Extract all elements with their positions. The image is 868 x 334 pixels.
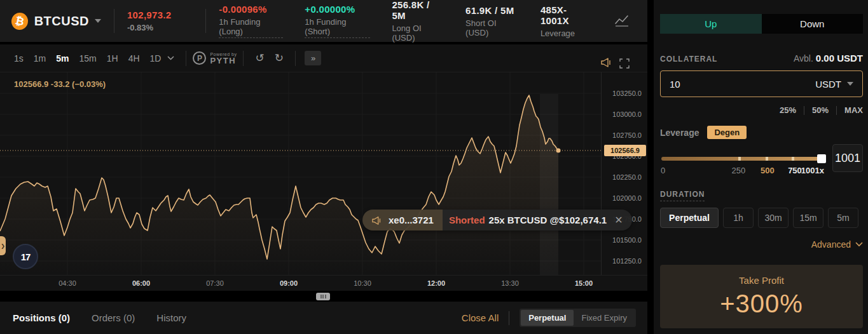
funding-short-label[interactable]: 1h Funding (Short) [305,17,370,38]
stat-funding-long: -0.00096% 1h Funding (Long) [219,4,283,38]
pyth-provider-logo[interactable]: P Powered by PYTH [193,51,237,65]
funding-long-label[interactable]: 1h Funding (Long) [219,17,283,38]
duration-perpetual[interactable]: Perpetual [660,208,719,228]
time-tick-label: 15:00 [575,279,593,287]
quick-25[interactable]: 25% [780,105,796,115]
leverage-range-label: Leverage [541,29,593,38]
megaphone-icon [371,215,383,225]
divider [205,9,206,33]
quick-50[interactable]: 50% [812,105,829,115]
divider [804,106,804,115]
slider-scale-label: 1001x [801,166,824,175]
leverage-slider-zone: 1001 02505007501001x [660,149,863,178]
chart-legend: 102566.9 -33.2 (−0.03%) [14,79,106,89]
divider [509,311,509,325]
current-price-badge: 102566.9 [604,145,646,156]
tab-up[interactable]: Up [660,14,762,34]
megaphone-icon[interactable] [600,57,613,68]
amount-input-box: USDT [660,70,863,97]
slider-tick [766,157,768,161]
time-tick-label: 13:30 [501,279,519,287]
duration-label[interactable]: DURATION [660,190,705,201]
price-chart-plot[interactable] [0,72,601,275]
time-axis[interactable]: 04:3006:0007:3009:0010:3012:0013:3015:00 [0,275,647,291]
sidebar-collapse-handle[interactable]: ❯ [0,236,6,255]
tradingview-logo[interactable]: 17 [13,244,38,269]
long-oi-label: Long OI (USD) [392,23,444,43]
price-tick-label: 103000.0 [612,110,642,118]
leverage-label: Leverage [660,128,699,138]
mode-perpetual[interactable]: Perpetual [521,310,574,326]
stat-funding-short: +0.00000% 1h Funding (Short) [305,4,370,38]
available-balance: Avbl.0.00 USDT [794,53,863,63]
amount-input[interactable] [670,79,765,90]
short-oi-value: 61.9K / 5M [465,5,519,16]
price-tick-label: 101250.0 [612,257,642,265]
pair-name: BTCUSD [34,14,89,29]
stat-short-oi: 61.9K / 5M Short OI (USD) [465,5,519,37]
tab-history[interactable]: History [156,312,186,323]
interval-1s[interactable]: 1s [9,51,29,66]
chevron-down-icon [95,19,101,23]
interval-4h[interactable]: 4H [123,51,145,66]
btc-logo-icon: ₿ [10,11,29,31]
time-tick-label: 10:30 [354,279,371,287]
take-profit-value: +300% [720,290,803,318]
interval-1d[interactable]: 1D [145,51,167,66]
stat-long-oi: 256.8K / 5M Long OI (USD) [392,0,444,43]
duration-1h[interactable]: 1h [723,208,754,228]
take-profit-box[interactable]: Take Profit +300% [660,265,863,328]
toolbar-expand-button[interactable]: » [305,51,321,65]
position-mode-toggle: Perpetual Fixed Expiry [520,309,636,327]
mode-fixed-expiry[interactable]: Fixed Expiry [574,310,635,326]
fullscreen-icon[interactable] [619,58,630,69]
chart-toolbar: 1s 1m 5m 15m 1H 4H 1D P Powered by PYTH … [0,44,647,72]
slider-scale-label: 0 [661,166,665,175]
slider-scale-label: 500 [761,166,775,175]
currency-select[interactable]: USDT [815,79,853,90]
leverage-slider-thumb[interactable] [817,154,826,163]
redo-icon[interactable]: ↻ [270,51,289,65]
tab-down[interactable]: Down [762,14,864,34]
slider-scale-label: 750 [788,166,802,175]
degen-badge[interactable]: Degen [707,126,747,139]
advanced-toggle[interactable]: Advanced [660,239,863,250]
close-icon[interactable]: ✕ [614,214,623,226]
pyth-name: PYTH [210,57,237,65]
time-tick-label: 09:00 [280,279,298,287]
duration-15m[interactable]: 15m [793,208,823,228]
interval-1m[interactable]: 1m [29,51,51,66]
interval-1h[interactable]: 1H [102,51,123,66]
time-tick-label: 04:30 [59,279,76,287]
interval-15m[interactable]: 15m [74,51,101,66]
stats-chart-icon[interactable] [614,14,630,28]
pair-selector[interactable]: BTCUSD [34,14,101,29]
chart-scrollbar-handle[interactable] [316,293,330,300]
tab-orders[interactable]: Orders (0) [92,312,135,323]
slider-tick [792,157,794,161]
stat-leverage-range: 485X-1001X Leverage [541,4,593,38]
chevron-down-icon [855,242,863,247]
interval-dropdown-chevron-icon[interactable] [166,55,179,62]
tab-positions[interactable]: Positions (0) [13,312,70,323]
funding-short-value: +0.00000% [305,4,370,15]
time-tick-label: 12:00 [427,279,445,287]
leverage-slider-track[interactable] [661,157,822,161]
last-price: 102,973.2 [127,10,171,20]
close-all-button[interactable]: Close All [462,312,499,323]
duration-buttons: Perpetual 1h 30m 15m 5m [660,208,863,228]
chevron-down-icon [847,82,853,86]
market-stats-bar: ₿ BTCUSD 102,973.2 -0.83% -0.00096% 1h F… [0,0,647,42]
quick-max[interactable]: MAX [844,105,863,115]
time-tick-label: 07:30 [206,279,224,287]
slider-tick [738,157,741,161]
duration-30m[interactable]: 30m [758,208,789,228]
price-axis[interactable]: 102566.9 103250.0103000.0102750.0102500.… [601,72,647,275]
undo-icon[interactable]: ↺ [250,51,269,65]
divider [114,9,114,33]
advanced-label: Advanced [811,239,851,250]
interval-5m[interactable]: 5m [51,51,74,66]
duration-5m[interactable]: 5m [828,208,858,228]
price-tick-label: 101500.0 [612,236,642,244]
app-root: ₿ BTCUSD 102,973.2 -0.83% -0.00096% 1h F… [0,0,868,334]
